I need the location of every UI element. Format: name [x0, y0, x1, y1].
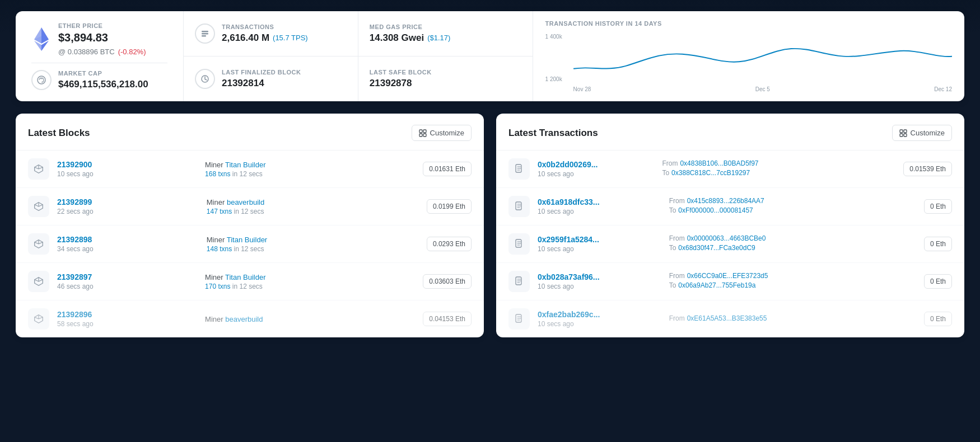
tx-time: 10 secs ago [538, 170, 654, 178]
svg-rect-1 [202, 31, 208, 32]
finalized-icon [195, 69, 215, 89]
from-addr[interactable]: 0x00000063...4663BCBe0 [687, 234, 766, 242]
tx-hash-section: 0x61a918dfc33... 10 secs ago [538, 198, 661, 215]
transactions-label: TRANSACTIONS [222, 23, 308, 30]
miner-name[interactable]: Titan Builder [227, 236, 268, 244]
ether-price-label: ETHER PRICE [58, 22, 167, 29]
tx-value-badge: 0.01539 Eth [903, 162, 952, 176]
block-value-badge: 0.0199 Eth [427, 199, 472, 214]
to-addr[interactable]: 0x68d30f47...FCa3e0dC9 [678, 244, 755, 252]
ether-price-value: $3,894.83 [58, 31, 108, 44]
from-addr[interactable]: 0x415c8893...226b84AA7 [687, 197, 764, 205]
to-label: To [669, 206, 676, 214]
blocks-list: 21392900 10 secs ago Miner Titan Builder… [16, 151, 484, 337]
tx-hash-section: 0xfae2bab269c... 10 secs ago [538, 310, 661, 328]
tx-hash-section: 0x0b2dd00269... 10 secs ago [538, 160, 654, 178]
market-cap-label: MARKET CAP [58, 70, 148, 77]
txns-duration: in 12 secs [232, 283, 263, 290]
tx-from-to: From 0x66CC9a0E...EFE3723d5 To 0x06a9Ab2… [669, 272, 916, 291]
block-list-item: 21392896 58 secs ago Miner beaverbuild 0… [16, 300, 484, 337]
miner-label: Miner [205, 315, 223, 323]
block-detail: Miner Titan Builder 168 txns in 12 secs [205, 161, 415, 178]
tx-list-item: 0xfae2bab269c... 10 secs ago From 0xE61A… [496, 300, 964, 337]
block-number[interactable]: 21392899 [57, 198, 199, 206]
from-addr[interactable]: 0xE61A5A53...B3E383e55 [687, 314, 767, 322]
to-addr[interactable]: 0x06a9Ab27...755Feb19a [678, 281, 755, 289]
block-number[interactable]: 21392900 [57, 160, 197, 169]
mid-stats-section: TRANSACTIONS 2,616.40 M (15.7 TPS) MED G… [184, 11, 533, 101]
block-list-item: 21392897 46 secs ago Miner Titan Builder… [16, 263, 484, 300]
svg-rect-7 [419, 134, 422, 137]
transactions-list: 0x0b2dd00269... 10 secs ago From 0x4838B… [496, 151, 964, 337]
tx-time: 10 secs ago [538, 320, 661, 328]
chart-title: TRANSACTION HISTORY IN 14 DAYS [545, 20, 952, 27]
txns-link[interactable]: 148 txns [207, 245, 232, 253]
block-txns: 147 txns in 12 secs [207, 208, 419, 215]
blocks-panel-header: Latest Blocks Customize [16, 114, 484, 151]
block-detail: Miner beaverbuild 147 txns in 12 secs [207, 198, 419, 215]
tx-hash[interactable]: 0x61a918dfc33... [538, 198, 661, 206]
miner-name[interactable]: beaverbuild [227, 198, 264, 206]
tx-hash[interactable]: 0xfae2bab269c... [538, 310, 661, 319]
block-detail: Miner Titan Builder 170 txns in 12 secs [205, 273, 415, 290]
customize-grid-icon [419, 129, 427, 137]
miner-label: Miner [207, 236, 225, 244]
svg-rect-12 [904, 134, 907, 137]
content-row: Latest Blocks Customize [16, 114, 964, 337]
tx-value-badge: 0 Eth [924, 237, 952, 251]
block-time: 10 secs ago [57, 170, 197, 178]
block-number[interactable]: 21392896 [57, 310, 197, 319]
blocks-customize-button[interactable]: Customize [412, 125, 472, 141]
txns-link[interactable]: 147 txns [207, 208, 232, 215]
block-miner: Miner Titan Builder [205, 161, 415, 169]
block-list-item: 21392899 22 secs ago Miner beaverbuild 1… [16, 188, 484, 225]
block-number[interactable]: 21392898 [57, 235, 199, 244]
tx-from-to: From 0x00000063...4663BCBe0 To 0x68d30f4… [669, 234, 916, 253]
block-number[interactable]: 21392897 [57, 272, 197, 281]
safe-label: LAST SAFE BLOCK [370, 69, 432, 76]
transactions-icon [195, 23, 215, 44]
market-cap-value: $469,115,536,218.00 [58, 79, 148, 90]
tx-hash-section: 0xb028a73af96... 10 secs ago [538, 272, 661, 290]
to-addr[interactable]: 0x388C818C...7ccB19297 [671, 169, 750, 177]
finalized-label: LAST FINALIZED BLOCK [222, 69, 301, 76]
block-cube-icon [28, 308, 49, 330]
block-list-item: 21392900 10 secs ago Miner Titan Builder… [16, 151, 484, 188]
to-addr[interactable]: 0xFf000000...000081457 [678, 206, 753, 214]
gas-item: MED GAS PRICE 14.308 Gwei ($1.17) [358, 11, 533, 56]
block-cube-icon [28, 196, 49, 217]
block-list-item: 21392898 34 secs ago Miner Titan Builder… [16, 225, 484, 263]
txns-link[interactable]: 170 txns [205, 283, 230, 290]
tx-time: 10 secs ago [538, 283, 661, 290]
block-value-badge: 0.04153 Eth [423, 312, 472, 326]
block-number-section: 21392898 34 secs ago [57, 235, 199, 253]
tx-hash[interactable]: 0xb028a73af96... [538, 272, 661, 281]
tx-hash[interactable]: 0x2959f1a5284... [538, 235, 661, 244]
txns-link[interactable]: 168 txns [205, 170, 230, 178]
from-addr[interactable]: 0x66CC9a0E...EFE3723d5 [687, 272, 768, 280]
tx-time: 10 secs ago [538, 208, 661, 215]
block-value-badge: 0.0293 Eth [427, 237, 472, 251]
svg-rect-5 [419, 130, 422, 133]
miner-label: Miner [205, 273, 223, 281]
svg-rect-9 [900, 130, 903, 133]
txns-duration: in 12 secs [234, 245, 264, 253]
block-cube-icon [28, 271, 49, 292]
miner-name[interactable]: Titan Builder [225, 273, 266, 281]
block-txns: 148 txns in 12 secs [207, 245, 419, 253]
tx-hash[interactable]: 0x0b2dd00269... [538, 160, 654, 169]
from-addr[interactable]: 0x4838B106...B0BAD5f97 [680, 159, 758, 167]
svg-rect-8 [423, 134, 426, 137]
block-number-section: 21392899 22 secs ago [57, 198, 199, 215]
transactions-customize-button[interactable]: Customize [892, 125, 952, 141]
block-txns: 170 txns in 12 secs [205, 283, 415, 290]
miner-name[interactable]: beaverbuild [225, 315, 263, 323]
blocks-customize-label: Customize [430, 129, 464, 137]
chart-y-bottom: 1 200k [545, 76, 562, 82]
chart-svg-area [573, 34, 952, 82]
transactions-title: Latest Transactions [508, 128, 598, 139]
tx-value-badge: 0 Eth [924, 199, 952, 214]
miner-name[interactable]: Titan Builder [225, 161, 266, 169]
chart-x-labels: Nov 28 Dec 5 Dec 12 [573, 86, 952, 92]
chart-x-dec5: Dec 5 [755, 86, 770, 92]
